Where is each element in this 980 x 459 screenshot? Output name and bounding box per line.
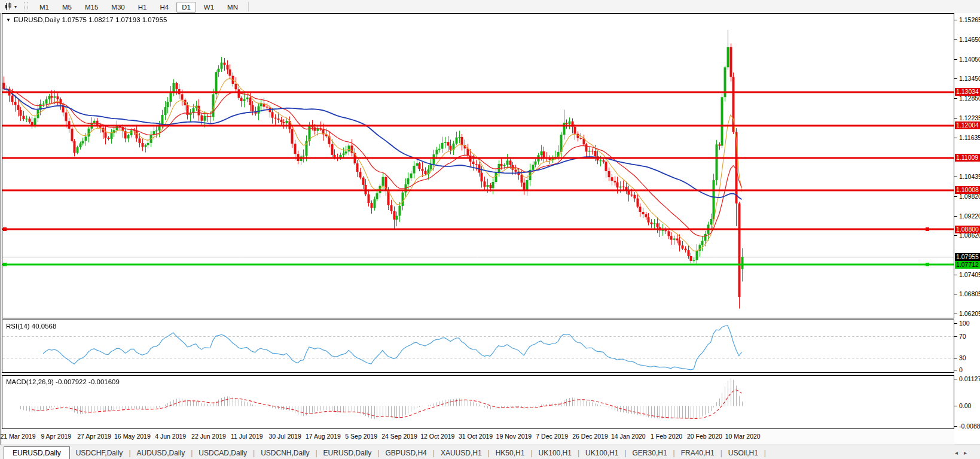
date-axis-label: 16 May 2019 xyxy=(114,433,151,440)
price-axis-label: 1.09220 xyxy=(959,212,980,220)
chart-tab-eurusd-daily[interactable]: EURUSD,Daily xyxy=(317,447,378,459)
price-axis-label: 1.10435 xyxy=(959,173,980,181)
toolbar-separator xyxy=(248,2,249,11)
date-axis-label: 27 Apr 2019 xyxy=(77,433,111,440)
timeframe-button-mn[interactable]: MN xyxy=(222,2,243,13)
price-chart-panel: ▼EURUSD,Daily 1.07575 1.08217 1.07193 1.… xyxy=(2,13,954,318)
chart-tab-fra40-h1[interactable]: FRA40,H1 xyxy=(675,447,721,459)
chart-tab-uk100-h1[interactable]: UK100,H1 xyxy=(533,447,578,459)
timeframe-button-m15[interactable]: M15 xyxy=(80,2,103,13)
macd-axis-tick xyxy=(954,379,957,379)
rsi-axis-tick xyxy=(954,358,957,358)
price-axis-tick xyxy=(954,216,957,217)
date-axis-label: 7 Dec 2019 xyxy=(536,433,568,440)
timeframe-button-h1[interactable]: H1 xyxy=(133,2,152,13)
chart-title: ▼EURUSD,Daily 1.07575 1.08217 1.07193 1.… xyxy=(6,16,167,23)
price-axis: 1.152651.146501.140501.134501.128501.122… xyxy=(954,13,980,444)
date-axis-label: 9 Apr 2019 xyxy=(41,433,71,440)
tab-scroll-left-icon[interactable]: ◂ xyxy=(955,449,964,456)
macd-panel: MACD(12,26,9) -0.007922 -0.001609 xyxy=(2,375,954,429)
macd-axis-tick xyxy=(954,426,957,427)
price-axis-label: 1.15265 xyxy=(959,16,980,24)
chart-tab-bar: EURUSD,DailyUSDCHF,Daily|AUDUSD,Daily|US… xyxy=(0,445,980,459)
price-axis-tick xyxy=(954,138,957,138)
price-badge-1.12004: 1.12004 xyxy=(955,121,980,129)
macd-axis-tick xyxy=(954,406,957,406)
macd-canvas[interactable] xyxy=(2,376,954,428)
date-axis-label: 5 Sep 2019 xyxy=(345,433,377,440)
chart-tab-usdchf-daily[interactable]: USDCHF,Daily xyxy=(70,447,129,459)
date-axis-label: 20 Feb 2020 xyxy=(687,433,722,440)
rsi-label: RSI(14) 40.0568 xyxy=(6,323,56,330)
price-axis-tick xyxy=(954,98,957,99)
date-axis-label: 22 Jun 2019 xyxy=(191,433,226,440)
rsi-axis-label: 30 xyxy=(959,354,966,362)
price-axis-tick xyxy=(954,59,957,60)
price-axis-tick xyxy=(954,39,957,40)
chart-tab-eurusd-daily[interactable]: EURUSD,Daily xyxy=(4,446,70,459)
date-axis-label: 10 Mar 2020 xyxy=(725,433,761,440)
price-axis-label: 1.14050 xyxy=(959,56,980,63)
macd-label: MACD(12,26,9) -0.007922 -0.001609 xyxy=(6,378,120,385)
price-badge-1.08800: 1.08800 xyxy=(955,226,980,233)
price-badge-1.13034: 1.13034 xyxy=(955,88,980,96)
chart-tab-usoil-h1[interactable]: USOil,H1 xyxy=(722,447,764,459)
rsi-axis-label: 100 xyxy=(959,320,970,327)
timeframe-button-m30[interactable]: M30 xyxy=(106,2,130,13)
date-axis-label: 31 Oct 2019 xyxy=(459,433,493,440)
rsi-axis-tick xyxy=(954,323,957,324)
rsi-axis-tick xyxy=(954,370,957,370)
date-axis-label: 21 Mar 2019 xyxy=(1,433,36,440)
price-axis-label: 1.14650 xyxy=(959,36,980,44)
price-axis-tick xyxy=(954,196,957,197)
chart-tab-gbpusd-h4[interactable]: GBPUSD,H4 xyxy=(379,447,432,459)
timeframe-button-w1[interactable]: W1 xyxy=(199,2,219,13)
price-axis-label: 1.06805 xyxy=(959,290,980,298)
macd-axis-label: -0.008837 xyxy=(959,422,980,430)
date-axis-label: 24 Sep 2019 xyxy=(381,433,417,440)
date-axis-label: 26 Dec 2019 xyxy=(572,433,608,440)
timeframe-button-m5[interactable]: M5 xyxy=(57,2,77,13)
rsi-axis-label: 0 xyxy=(959,366,963,374)
chart-tab-xauusd-h1[interactable]: XAUUSD,H1 xyxy=(435,447,488,459)
chevron-down-icon[interactable]: ▾ xyxy=(14,4,17,10)
chart-tab-hk50-h1[interactable]: HK50,H1 xyxy=(490,447,531,459)
price-badge-1.10008: 1.10008 xyxy=(955,186,980,194)
price-axis-tick xyxy=(954,177,957,177)
timeframe-button-d1[interactable]: D1 xyxy=(176,2,196,13)
price-axis-tick xyxy=(954,294,957,294)
timeframe-button-m1[interactable]: M1 xyxy=(34,2,54,13)
date-axis-label: 11 Jul 2019 xyxy=(231,433,263,440)
title-arrow-icon[interactable]: ▼ xyxy=(6,17,11,23)
chart-tab-audusd-daily[interactable]: AUDUSD,Daily xyxy=(131,447,191,459)
window-left-edge xyxy=(0,13,1,459)
chart-tab-usdcad-daily[interactable]: USDCAD,Daily xyxy=(193,447,253,459)
candlestick-chart-icon[interactable] xyxy=(2,2,14,11)
chart-tab-ger30-h1[interactable]: GER30,H1 xyxy=(627,447,673,459)
price-badge-1.07955: 1.07955 xyxy=(955,253,980,261)
chart-title-text: EURUSD,Daily 1.07575 1.08217 1.07193 1.0… xyxy=(14,16,167,23)
chart-tab-uk100-h1[interactable]: UK100,H1 xyxy=(579,447,624,459)
macd-axis-label: 0.00 xyxy=(959,402,971,410)
toolbar-gripper[interactable] xyxy=(24,2,28,11)
chart-tab-usdcnh-daily[interactable]: USDCNH,Daily xyxy=(255,447,315,459)
rsi-axis-label: 70 xyxy=(959,333,966,341)
tab-scroll-right-icon[interactable]: ▸ xyxy=(964,449,973,456)
date-axis-label: 17 Aug 2019 xyxy=(306,433,341,440)
timeframe-button-group: M1M5M15M30H1H4D1W1MN xyxy=(33,1,245,12)
price-axis-label: 1.06205 xyxy=(959,310,980,318)
price-chart-canvas[interactable] xyxy=(2,14,954,318)
date-axis-label: 14 Jan 2020 xyxy=(611,433,646,440)
timeframe-button-h4[interactable]: H4 xyxy=(154,2,174,13)
macd-axis-label: 0.011277 xyxy=(959,375,980,383)
price-axis-tick xyxy=(954,314,957,314)
price-axis-tick xyxy=(954,78,957,79)
rsi-axis-tick xyxy=(954,336,957,337)
trading-app-window: ▾ M1M5M15M30H1H4D1W1MN ▼EURUSD,Daily 1.0… xyxy=(0,0,980,459)
date-axis-label: 4 Jun 2019 xyxy=(155,433,186,440)
date-axis: 21 Mar 20199 Apr 201927 Apr 201916 May 2… xyxy=(2,430,954,445)
price-axis-tick xyxy=(954,118,957,118)
tab-scroll-arrows[interactable]: ◂▸ xyxy=(955,449,973,456)
toolbar: ▾ M1M5M15M30H1H4D1W1MN xyxy=(0,0,980,14)
rsi-canvas[interactable] xyxy=(2,320,954,372)
